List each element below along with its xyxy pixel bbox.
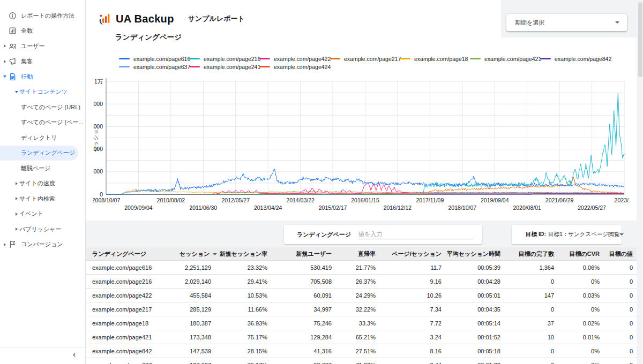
legend-item[interactable]: example.com/page241 bbox=[189, 63, 259, 71]
svg-text:1万: 1万 bbox=[94, 78, 103, 85]
legend-item[interactable]: example.com/page842 bbox=[540, 55, 610, 63]
sidebar-item-behavior[interactable]: 行動 bbox=[0, 69, 85, 85]
filter-value-input[interactable] bbox=[358, 230, 473, 239]
sidebar-item-directory[interactable]: ディレクトリ bbox=[0, 130, 85, 146]
metric-cell: 00:05:01 bbox=[445, 289, 504, 302]
svg-text:8,000: 8,000 bbox=[93, 101, 103, 107]
metric-cell: 0.01% bbox=[558, 330, 603, 344]
column-header[interactable]: 直帰率 bbox=[335, 247, 379, 261]
legend-swatch bbox=[540, 58, 551, 59]
legend-item[interactable]: example.com/page216 bbox=[189, 55, 259, 63]
metric-cell: 2,029,140 bbox=[180, 275, 215, 289]
column-header[interactable]: 新規セッション率 bbox=[215, 247, 271, 261]
collapse-sidebar-button[interactable]: ‹ bbox=[73, 350, 76, 359]
metric-cell: 10.26 bbox=[379, 289, 445, 302]
sidebar-item-events[interactable]: イベント bbox=[0, 207, 85, 222]
legend-item[interactable]: example.com/page616 bbox=[119, 55, 189, 63]
svg-text:2017/11/09: 2017/11/09 bbox=[416, 197, 444, 203]
legend-item[interactable]: example.com/page422 bbox=[259, 55, 330, 63]
sidebar-item-publisher[interactable]: パブリッシャー bbox=[0, 222, 85, 237]
megaphone-icon bbox=[9, 57, 17, 65]
metric-cell: 1,364 bbox=[504, 261, 558, 275]
sidebar-item-site-speed[interactable]: サイトの速度 bbox=[0, 176, 85, 192]
column-header[interactable]: 目標のCVR bbox=[558, 247, 603, 261]
sidebar-item-label: ランディングページ bbox=[21, 149, 75, 157]
sidebar-item-totals[interactable]: 全数 bbox=[0, 24, 85, 39]
main-content: UA Backup サンプルレポート ランディングページ 期間を選択 examp… bbox=[86, 0, 643, 364]
metric-cell: 285,129 bbox=[180, 302, 215, 316]
metric-cell: 7.72 bbox=[379, 316, 445, 330]
metric-cell: 00:05:18 bbox=[445, 344, 504, 358]
metric-cell: 147,539 bbox=[180, 344, 215, 358]
svg-text:2018/10/07: 2018/10/07 bbox=[448, 204, 477, 211]
sidebar-item-exit-pages[interactable]: 離脱ページ bbox=[0, 161, 85, 176]
sidebar-nav: レポートの操作方法全数ユーザー集客行動サイトコンテンツすべてのページ (URL)… bbox=[0, 0, 85, 252]
table-row: example.com/page2162,029,14029.41%705,50… bbox=[86, 275, 637, 289]
metric-cell: 34,997 bbox=[271, 302, 335, 316]
sidebar-item-label: すべてのページ (URL) bbox=[21, 103, 80, 111]
sidebar-item-label: すべてのページ (ペー... bbox=[21, 118, 84, 126]
sidebar-item-label: 行動 bbox=[21, 73, 33, 81]
sidebar-item-landing-pages[interactable]: ランディングページ bbox=[0, 146, 78, 161]
metric-cell: 3.24 bbox=[379, 330, 445, 344]
metric-cell: 00:04:35 bbox=[445, 302, 504, 316]
metric-cell: 75,246 bbox=[271, 316, 335, 330]
metric-cell: 75.17% bbox=[215, 330, 271, 344]
svg-text:2023/…: 2023/… bbox=[615, 197, 630, 203]
sidebar-item-how-to[interactable]: レポートの操作方法 bbox=[0, 8, 85, 24]
legend-item[interactable]: example.com/page424 bbox=[259, 63, 330, 71]
metric-cell: 00:01:52 bbox=[445, 330, 504, 344]
legend-label: example.com/page241 bbox=[204, 64, 260, 70]
metric-cell: 98,037 bbox=[271, 358, 335, 364]
sidebar-item-all-pages-title[interactable]: すべてのページ (ペー... bbox=[0, 115, 85, 131]
goal-select[interactable]: 目標 ID: 目標1：サンクスページ閲覧 bbox=[512, 225, 622, 244]
chevron-right-icon bbox=[14, 197, 19, 200]
sidebar-item-all-pages-url[interactable]: すべてのページ (URL) bbox=[0, 100, 85, 115]
svg-text:2019/09/04: 2019/09/04 bbox=[481, 197, 509, 203]
info-icon bbox=[9, 12, 17, 20]
svg-text:2,000: 2,000 bbox=[93, 168, 103, 175]
column-header[interactable]: セッション bbox=[180, 247, 215, 261]
sidebar-item-acquisition[interactable]: 集客 bbox=[0, 54, 85, 70]
metric-cell: 0 bbox=[603, 316, 637, 330]
sidebar-footer: ‹ bbox=[0, 347, 85, 364]
svg-text:2010/08/02: 2010/08/02 bbox=[157, 197, 185, 203]
sidebar-item-conversions[interactable]: コンバージョン bbox=[0, 237, 85, 253]
brand-row: UA Backup サンプルレポート bbox=[98, 10, 245, 27]
column-header[interactable]: ページ/セッション bbox=[379, 247, 445, 261]
sidebar-item-users[interactable]: ユーザー bbox=[0, 39, 85, 54]
legend-swatch bbox=[119, 66, 130, 67]
metric-cell: 127,927 bbox=[180, 358, 215, 364]
landing-page-cell: example.com/page637 bbox=[86, 358, 180, 364]
svg-text:2021/06/29: 2021/06/29 bbox=[545, 197, 574, 203]
metric-cell: 11.7 bbox=[379, 261, 445, 275]
legend-item[interactable]: example.com/page217 bbox=[330, 55, 400, 63]
metric-cell: 10.53% bbox=[215, 289, 271, 302]
legend-item[interactable]: example.com/page18 bbox=[400, 55, 470, 63]
metric-cell: 23.32% bbox=[215, 261, 271, 275]
svg-text:2016/01/15: 2016/01/15 bbox=[351, 197, 379, 203]
svg-text:2012/05/27: 2012/05/27 bbox=[221, 197, 250, 203]
sidebar-item-label: コンバージョン bbox=[21, 240, 63, 248]
sidebar-item-site-content[interactable]: サイトコンテンツ bbox=[0, 85, 85, 100]
sidebar-item-site-search[interactable]: サイト内検索 bbox=[0, 191, 85, 207]
column-header[interactable]: 目標の値 bbox=[603, 247, 637, 261]
scrollbar-thumb[interactable] bbox=[638, 2, 642, 77]
metric-cell: 9.16 bbox=[379, 275, 445, 289]
sessions-chart: 02,0004,0006,0008,0001万セッション2008/10/0720… bbox=[93, 71, 630, 216]
legend-item[interactable]: example.com/page421 bbox=[470, 55, 540, 63]
legend-item[interactable]: example.com/page637 bbox=[119, 63, 189, 71]
column-header[interactable]: 平均セッション時間 bbox=[445, 247, 504, 261]
sidebar-item-label: ディレクトリ bbox=[21, 134, 57, 142]
column-header[interactable]: 新規ユーザー bbox=[271, 247, 335, 261]
sidebar-item-label: サイトの速度 bbox=[19, 179, 55, 187]
svg-text:2011/06/30: 2011/06/30 bbox=[189, 204, 217, 211]
metric-cell: 147 bbox=[504, 289, 558, 302]
column-header[interactable]: ランディングページ bbox=[86, 247, 180, 261]
landing-page-cell: example.com/page216 bbox=[86, 275, 180, 289]
metric-cell: 8.16 bbox=[379, 344, 445, 358]
metric-cell: 2,251,129 bbox=[180, 261, 215, 275]
metric-cell: 00:01:23 bbox=[445, 358, 504, 364]
column-header[interactable]: 目標の完了数 bbox=[504, 247, 558, 261]
period-select[interactable]: 期間を選択 bbox=[506, 14, 627, 31]
